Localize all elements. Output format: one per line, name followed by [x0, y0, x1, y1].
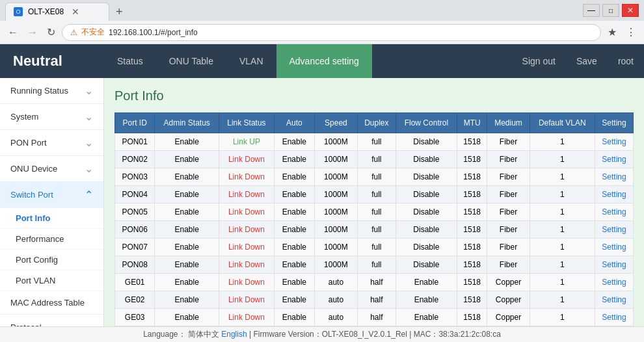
cell-setting[interactable]: Setting [595, 204, 633, 221]
sidebar-sub-label-port-info: Port Info [16, 213, 50, 223]
sidebar-item-protocol[interactable]: Protocol ⌄ [0, 315, 103, 326]
cell-setting[interactable]: Setting [595, 151, 633, 168]
close-button[interactable]: ✕ [622, 4, 639, 17]
table-row: PON05 Enable Link Down Enable 1000M full… [115, 204, 634, 221]
maximize-button[interactable]: □ [602, 4, 619, 17]
browser-tab[interactable]: O OLT-XE08 ✕ [5, 3, 109, 21]
setting-link[interactable]: Setting [602, 190, 626, 199]
setting-link[interactable]: Setting [602, 137, 626, 146]
cell-speed: auto [314, 274, 357, 291]
new-tab-button[interactable]: + [109, 3, 129, 21]
footer-lang-cn: 简体中文 [188, 330, 219, 339]
table-row: PON04 Enable Link Down Enable 1000M full… [115, 186, 634, 204]
col-header-medium: Medium [487, 113, 530, 133]
setting-link[interactable]: Setting [602, 260, 626, 269]
bookmark-button[interactable]: ★ [605, 25, 619, 40]
cell-speed: 1000M [314, 239, 357, 256]
setting-link[interactable]: Setting [602, 278, 626, 287]
cell-medium: Copper [487, 274, 530, 291]
nav-item-root[interactable]: root [608, 44, 644, 78]
col-header-auto: Auto [274, 113, 314, 133]
cell-setting[interactable]: Setting [595, 221, 633, 239]
cell-mtu: 1518 [457, 151, 487, 168]
setting-link[interactable]: Setting [602, 225, 626, 234]
nav-item-advanced[interactable]: Advanced setting [276, 44, 372, 78]
reload-button[interactable]: ↻ [44, 25, 58, 40]
chevron-down-icon-system: ⌄ [85, 111, 93, 123]
cell-duplex: full [357, 204, 396, 221]
security-warning-icon: ⚠ [70, 28, 77, 37]
cell-vlan: 1 [530, 133, 595, 151]
cell-vlan: 1 [530, 221, 595, 239]
table-row: PON06 Enable Link Down Enable 1000M full… [115, 221, 634, 239]
setting-link[interactable]: Setting [602, 295, 626, 304]
cell-port-id: GE03 [115, 309, 155, 326]
table-row: GE02 Enable Link Down Enable auto half E… [115, 291, 634, 309]
cell-setting[interactable]: Setting [595, 239, 633, 256]
nav-item-signout[interactable]: Sign out [512, 44, 566, 78]
nav-label-advanced: Advanced setting [289, 56, 359, 66]
nav-label-vlan: VLAN [239, 56, 263, 66]
nav-item-save[interactable]: Save [566, 44, 608, 78]
tab-close-icon[interactable]: ✕ [72, 7, 79, 17]
cell-duplex: full [357, 186, 396, 204]
cell-port-id: PON05 [115, 204, 155, 221]
cell-link-status: Link Down [219, 168, 275, 186]
sidebar-sub-port-info[interactable]: Port Info [0, 208, 103, 229]
cell-speed: auto [314, 309, 357, 326]
col-header-setting: Setting [595, 113, 633, 133]
nav-items: Status ONU Table VLAN Advanced setting [104, 44, 512, 78]
sidebar-item-onu-device[interactable]: ONU Device ⌄ [0, 156, 103, 182]
cell-setting[interactable]: Setting [595, 309, 633, 326]
cell-setting[interactable]: Setting [595, 274, 633, 291]
back-button[interactable]: ← [5, 25, 21, 40]
table-row: PON02 Enable Link Down Enable 1000M full… [115, 151, 634, 168]
cell-auto: Enable [274, 274, 314, 291]
setting-link[interactable]: Setting [602, 313, 626, 322]
cell-speed: 1000M [314, 133, 357, 151]
sidebar-sub-port-vlan[interactable]: Port VLAN [0, 270, 103, 291]
cell-admin-status: Enable [155, 239, 219, 256]
cell-duplex: half [357, 291, 396, 309]
sidebar-item-pon-port[interactable]: PON Port ⌄ [0, 130, 103, 156]
cell-admin-status: Enable [155, 168, 219, 186]
cell-admin-status: Enable [155, 151, 219, 168]
setting-link[interactable]: Setting [602, 155, 626, 164]
cell-setting[interactable]: Setting [595, 133, 633, 151]
cell-flow-control: Disable [396, 168, 457, 186]
cell-setting[interactable]: Setting [595, 256, 633, 274]
cell-duplex: full [357, 239, 396, 256]
sidebar-item-running-status[interactable]: Running Status ⌄ [0, 78, 103, 104]
forward-button[interactable]: → [25, 25, 40, 40]
sidebar-sub-performance[interactable]: Performance [0, 229, 103, 250]
cell-setting[interactable]: Setting [595, 186, 633, 204]
nav-item-onu-table[interactable]: ONU Table [156, 44, 226, 78]
sidebar-item-mac-address[interactable]: MAC Address Table [0, 291, 103, 315]
tab-favicon: O [14, 7, 23, 16]
setting-link[interactable]: Setting [602, 207, 626, 217]
col-header-admin-status: Admin Status [155, 113, 219, 133]
table-row: GE01 Enable Link Down Enable auto half E… [115, 274, 634, 291]
cell-admin-status: Enable [155, 274, 219, 291]
sidebar-item-system[interactable]: System ⌄ [0, 104, 103, 130]
footer-mac: MAC：38:3a:21:2c:08:ca [414, 330, 501, 339]
footer-language-label: Language： [143, 330, 185, 339]
cell-setting[interactable]: Setting [595, 168, 633, 186]
nav-item-vlan[interactable]: VLAN [226, 44, 276, 78]
footer-lang-en-link[interactable]: English [221, 330, 247, 339]
setting-link[interactable]: Setting [602, 172, 626, 181]
sidebar-sub-port-config[interactable]: Port Config [0, 250, 103, 270]
menu-button[interactable]: ⋮ [623, 25, 639, 40]
chevron-down-icon-pon: ⌄ [85, 137, 93, 149]
cell-medium: Fiber [487, 239, 530, 256]
cell-flow-control: Disable [396, 186, 457, 204]
cell-setting[interactable]: Setting [595, 291, 633, 309]
cell-vlan: 1 [530, 204, 595, 221]
sidebar-item-switch-port[interactable]: Switch Port ⌃ [0, 182, 103, 208]
nav-item-status[interactable]: Status [104, 44, 156, 78]
cell-speed: 1000M [314, 256, 357, 274]
address-box[interactable]: ⚠ 不安全 192.168.100.1/#/port_info [62, 24, 601, 41]
setting-link[interactable]: Setting [602, 243, 626, 252]
cell-port-id: PON04 [115, 186, 155, 204]
minimize-button[interactable]: — [583, 4, 600, 17]
